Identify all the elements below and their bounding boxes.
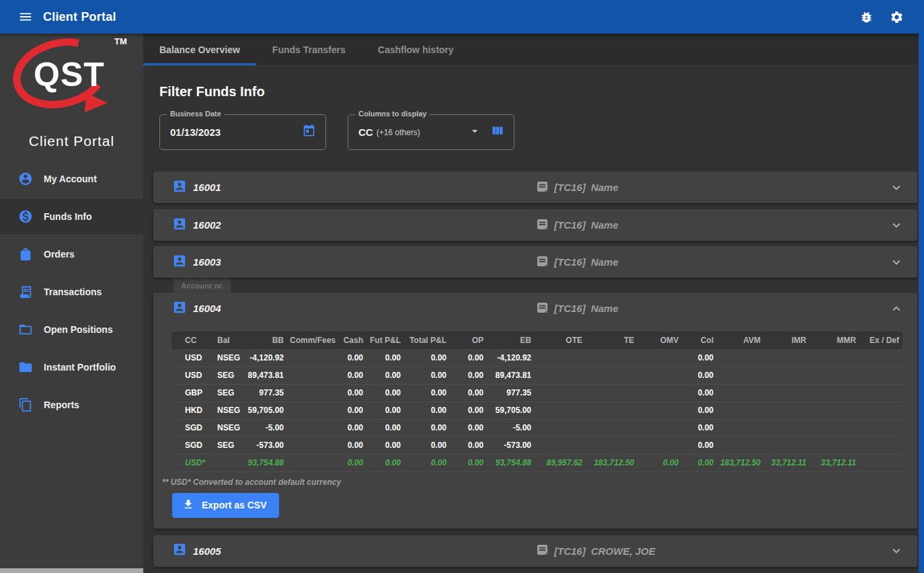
table-cell [717, 436, 764, 454]
table-cell [859, 419, 902, 436]
sidebar-item-my-account[interactable]: My Account [0, 160, 143, 198]
table-cell [859, 454, 902, 471]
column-header: Cash [339, 332, 367, 349]
table-cell [535, 384, 586, 402]
table-cell [717, 384, 764, 402]
column-header: Bal [215, 332, 246, 349]
table-cell [717, 402, 764, 419]
business-date-input[interactable] [170, 126, 258, 138]
table-cell: 977.35 [246, 384, 287, 402]
table-cell: 0.00 [367, 384, 404, 402]
table-cell: -573.00 [487, 436, 535, 454]
table-cell: SGD [171, 436, 215, 454]
sidebar-item-orders[interactable]: Orders [0, 235, 143, 273]
table-cell [638, 419, 682, 436]
chevron-down-icon[interactable] [889, 543, 904, 558]
sidebar-item-label: Transactions [44, 286, 102, 297]
app-title: Client Portal [43, 10, 116, 24]
table-cell: 0.00 [638, 454, 682, 471]
account-card-header[interactable]: 16004 [TC16] Name [153, 293, 917, 324]
account-card-header[interactable]: 16003 [TC16] Name [153, 246, 917, 278]
chevron-down-icon[interactable] [889, 218, 904, 233]
account-name: Name [591, 182, 619, 193]
table-cell: SEG [215, 384, 246, 402]
page-vertical-scrollbar[interactable] [919, 34, 924, 573]
tab-funds-transfers[interactable]: Funds Transfers [256, 34, 362, 65]
tab-balance-overview[interactable]: Balance Overview [143, 34, 256, 65]
dropdown-caret-icon[interactable] [468, 124, 482, 141]
table-cell: 0.00 [367, 436, 404, 454]
table-cell: 33,712.11 [764, 454, 810, 471]
table-cell: HKD [171, 402, 215, 419]
sidebar-item-instant-portfolio[interactable]: Instant Portfolio [0, 348, 143, 386]
table-cell [717, 367, 764, 384]
table-cell [638, 384, 682, 402]
tab-label: Balance Overview [159, 44, 240, 55]
sidebar-item-reports[interactable]: Reports [0, 386, 143, 424]
table-cell: 0.00 [450, 384, 487, 402]
business-date-label: Business Date [167, 110, 225, 118]
table-cell: 0.00 [682, 419, 717, 436]
page-title: Filter Funds Info [159, 84, 919, 100]
account-card-header[interactable]: 16001 [TC16] Name [153, 171, 917, 203]
table-cell: 0.00 [339, 367, 367, 384]
account-card-header[interactable]: 16005 [TC16] CROWE, JOE [153, 535, 917, 567]
note-icon [536, 543, 549, 558]
chevron-down-icon[interactable] [889, 255, 904, 270]
account-number: 16001 [193, 182, 221, 193]
tab-cashflow-history[interactable]: Cashflow history [362, 34, 470, 65]
table-cell: -573.00 [246, 436, 287, 454]
funds-table: CCBalBBComm/FeesCashFut P&LTotal P&LOPEB… [171, 332, 902, 472]
sidebar-nav: My Account Funds Info Orders Transaction… [0, 160, 143, 424]
sidebar-item-label: Orders [44, 249, 75, 260]
account-name: Name [591, 219, 619, 231]
table-cell [638, 367, 682, 384]
sidebar-item-funds-info[interactable]: Funds Info [0, 198, 143, 235]
business-date-field[interactable]: Business Date [159, 114, 326, 150]
folder-open-icon [18, 322, 33, 337]
export-csv-label: Export as CSV [202, 500, 266, 510]
table-cell: USD [171, 349, 215, 367]
table-cell: 89,957.62 [535, 454, 586, 471]
table-cell: 0.00 [682, 384, 717, 402]
folder-filled-icon [18, 360, 33, 375]
table-cell: 0.00 [367, 349, 404, 367]
note-icon [536, 218, 549, 233]
column-header: CC [171, 332, 215, 349]
settings-gear-icon[interactable] [890, 10, 904, 24]
column-header: MMR [810, 332, 859, 349]
chevron-down-icon[interactable] [889, 180, 904, 195]
table-cell: NSEG [215, 402, 246, 419]
svg-text:QST: QST [34, 56, 105, 93]
account-box-icon [172, 300, 187, 317]
account-box-icon [172, 217, 187, 234]
table-cell [535, 419, 586, 436]
calendar-icon[interactable] [302, 124, 316, 141]
table-cell [764, 367, 810, 384]
download-icon [182, 498, 194, 512]
table-cell [717, 349, 764, 367]
table-cell [810, 402, 859, 419]
account-name-prefix: [TC16] [554, 545, 586, 557]
table-cell: -4,120.92 [246, 349, 287, 367]
columns-to-display-field[interactable]: Columns to display CC (+16 others) [348, 114, 514, 150]
export-csv-button[interactable]: Export as CSV [172, 493, 279, 518]
hamburger-menu-icon[interactable] [18, 9, 33, 24]
account-name-group: [TC16] Name [536, 180, 619, 195]
sidebar-horizontal-scrollbar[interactable] [0, 568, 143, 573]
table-row: SGDSEG-573.000.000.000.000.00-573.000.00 [171, 436, 902, 454]
view-columns-icon[interactable] [490, 124, 504, 141]
table-cell [764, 436, 810, 454]
sidebar: QST TM Client Portal My Account Funds In… [0, 34, 143, 573]
sidebar-item-open-positions[interactable]: Open Positions [0, 311, 143, 348]
topbar-actions [859, 10, 904, 24]
table-cell [810, 436, 859, 454]
funds-table-head-row: CCBalBBComm/FeesCashFut P&LTotal P&LOPEB… [171, 332, 902, 349]
bug-report-icon[interactable] [859, 10, 874, 24]
chevron-up-icon[interactable] [889, 301, 904, 316]
sidebar-item-transactions[interactable]: Transactions [0, 273, 143, 311]
sidebar-item-label: Open Positions [44, 324, 113, 335]
table-cell: 0.00 [450, 349, 487, 367]
account-card-header[interactable]: 16002 [TC16] Name [153, 209, 917, 241]
table-cell [535, 402, 586, 419]
